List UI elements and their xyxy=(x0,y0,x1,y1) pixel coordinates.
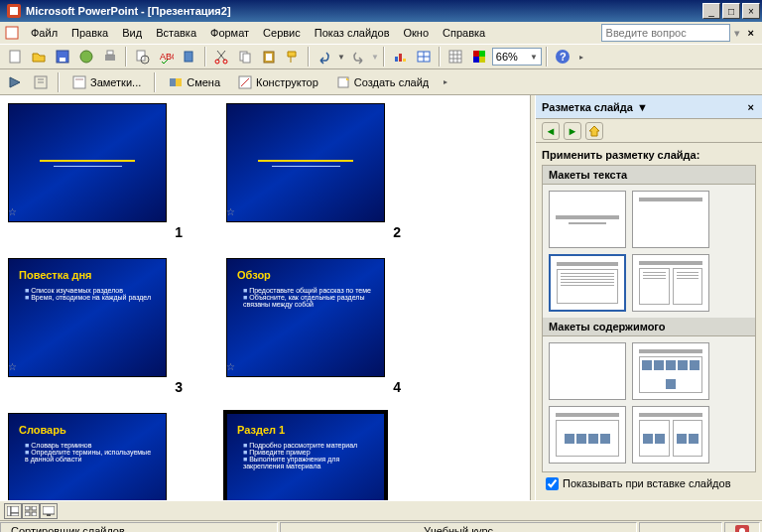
slide-thumb[interactable]: ОбзорПредоставьте общий рассказ по темеО… xyxy=(226,258,405,395)
slide-thumb[interactable]: СловарьСловарь терминовОпределите термин… xyxy=(8,413,187,500)
cut-icon[interactable] xyxy=(210,46,232,67)
svg-rect-5 xyxy=(60,58,65,62)
svg-rect-51 xyxy=(32,512,37,516)
layout-two-col-text[interactable] xyxy=(632,254,709,312)
print-icon[interactable] xyxy=(99,46,121,67)
menu-bar: Файл Правка Вид Вставка Формат Сервис По… xyxy=(0,22,762,44)
transition-icon: ☆ xyxy=(8,361,17,372)
title-bar: Microsoft PowerPoint - [Презентация2] _ … xyxy=(0,0,762,22)
show-on-insert-label: Показывать при вставке слайдов xyxy=(563,477,731,489)
doc-close-button[interactable]: × xyxy=(744,27,758,39)
save-icon[interactable] xyxy=(52,46,73,67)
sorter-view-icon[interactable] xyxy=(22,503,40,519)
research-icon[interactable] xyxy=(179,46,200,67)
color-icon[interactable] xyxy=(468,46,490,67)
new-slide-button[interactable]: Создать слайд xyxy=(329,71,436,93)
slide-thumb[interactable]: Повестка дняСписок изучаемых разделовВре… xyxy=(8,258,187,395)
menu-insert[interactable]: Вставка xyxy=(149,25,203,41)
paste-icon[interactable] xyxy=(258,46,280,67)
zoom-combo[interactable]: 66%▼ xyxy=(492,48,542,66)
taskpane-close[interactable]: × xyxy=(746,101,756,113)
open-icon[interactable] xyxy=(28,46,50,67)
section-content-layouts: Макеты содержимого xyxy=(543,318,755,336)
undo-dropdown[interactable]: ▼ xyxy=(337,53,345,62)
layout-content[interactable] xyxy=(632,342,709,400)
toolbar-options-icon[interactable]: ▸ xyxy=(575,46,587,67)
layout-title[interactable] xyxy=(549,191,626,248)
menu-slideshow[interactable]: Показ слайдов xyxy=(308,25,397,41)
show-on-insert-checkbox[interactable] xyxy=(546,477,559,490)
slideshow-view-icon[interactable] xyxy=(40,503,58,519)
layout-title-bullets[interactable] xyxy=(549,254,626,312)
layout-blank[interactable] xyxy=(549,342,626,400)
menu-file[interactable]: Файл xyxy=(24,25,64,41)
arrow-icon[interactable] xyxy=(4,71,26,93)
nav-forward-icon[interactable]: ► xyxy=(564,122,581,140)
menu-window[interactable]: Окно xyxy=(397,25,437,41)
expand-icon[interactable] xyxy=(30,71,52,93)
slide-number: 4 xyxy=(393,379,405,395)
slide-number: 1 xyxy=(175,224,187,240)
svg-rect-53 xyxy=(47,514,51,516)
taskpane-dropdown[interactable]: ▼ xyxy=(633,101,652,113)
ask-dropdown[interactable]: ▾ xyxy=(730,27,744,40)
status-lang-icon[interactable] xyxy=(724,522,760,533)
outline-toolbar: Заметки... Смена Конструктор Создать сла… xyxy=(0,69,762,95)
layout-title-only[interactable] xyxy=(632,191,709,248)
status-left: Сортировщик слайдов xyxy=(0,522,278,533)
svg-rect-49 xyxy=(32,506,37,510)
taskpane-nav: ◄ ► xyxy=(536,119,762,143)
nav-home-icon[interactable] xyxy=(585,122,603,140)
doc-icon xyxy=(4,25,20,41)
format-painter-icon[interactable] xyxy=(282,46,304,67)
slide-sorter[interactable]: ☆1☆2Повестка дняСписок изучаемых раздело… xyxy=(0,95,530,500)
slide-number: 2 xyxy=(393,224,405,240)
toolbar2-options-icon[interactable]: ▸ xyxy=(440,71,451,93)
preview-icon[interactable] xyxy=(131,46,153,67)
layout-list[interactable]: Макеты текста Макеты содержимого xyxy=(542,165,756,472)
transition-button[interactable]: Смена xyxy=(162,71,227,93)
permission-icon[interactable] xyxy=(75,46,97,67)
maximize-button[interactable]: □ xyxy=(722,3,740,19)
minimize-button[interactable]: _ xyxy=(702,3,720,19)
slide-thumb[interactable]: ☆2 xyxy=(226,103,405,240)
transition-icon: ☆ xyxy=(226,361,235,372)
nav-back-icon[interactable]: ◄ xyxy=(542,122,560,140)
menu-edit[interactable]: Правка xyxy=(64,25,115,41)
svg-point-6 xyxy=(80,51,92,63)
layout-two-content[interactable] xyxy=(632,406,709,464)
slide-thumb[interactable]: ☆1 xyxy=(8,103,187,240)
menu-view[interactable]: Вид xyxy=(115,25,149,41)
menu-format[interactable]: Формат xyxy=(203,25,256,41)
svg-rect-46 xyxy=(11,506,19,513)
help-icon[interactable]: ? xyxy=(552,46,573,67)
menu-help[interactable]: Справка xyxy=(436,25,492,41)
designer-button[interactable]: Конструктор xyxy=(231,71,325,93)
chart-icon[interactable] xyxy=(389,46,411,67)
table-icon[interactable] xyxy=(413,46,435,67)
ask-question-input[interactable] xyxy=(601,24,730,42)
spellcheck-icon[interactable]: ABC xyxy=(155,46,177,67)
svg-rect-1 xyxy=(10,7,18,15)
tablegrid-icon[interactable] xyxy=(444,46,466,67)
apply-label: Применить разметку слайда: xyxy=(542,149,756,161)
svg-rect-7 xyxy=(105,55,115,61)
svg-rect-12 xyxy=(185,52,192,62)
svg-rect-48 xyxy=(25,506,30,510)
redo-icon[interactable] xyxy=(347,46,369,67)
taskpane-header: Разметка слайда ▼ × xyxy=(536,95,762,119)
redo-dropdown[interactable]: ▼ xyxy=(371,53,379,62)
slide-thumb[interactable]: Раздел 1Подробно рассмотрите материалПри… xyxy=(226,413,405,500)
status-bar: Сортировщик слайдов Учебный курс xyxy=(0,520,762,532)
svg-rect-33 xyxy=(479,57,485,63)
copy-icon[interactable] xyxy=(234,46,256,67)
close-button[interactable]: × xyxy=(742,3,760,19)
new-icon[interactable] xyxy=(4,46,26,67)
layout-content-single[interactable] xyxy=(549,406,626,464)
view-buttons xyxy=(0,500,762,520)
notes-button[interactable]: Заметки... xyxy=(65,71,148,93)
menu-tools[interactable]: Сервис xyxy=(256,25,308,41)
undo-icon[interactable] xyxy=(314,46,335,67)
normal-view-icon[interactable] xyxy=(4,503,22,519)
standard-toolbar: ABC ▼ ▼ 66%▼ ? ▸ xyxy=(0,44,762,69)
